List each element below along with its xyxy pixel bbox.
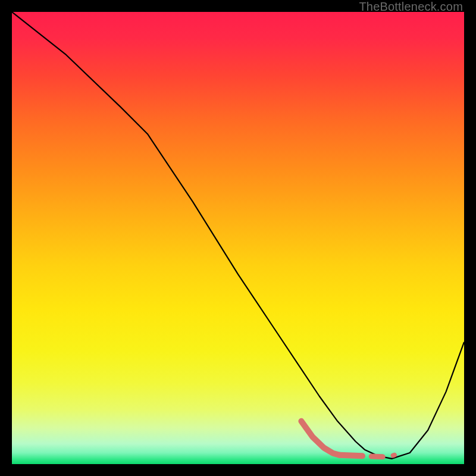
series-highlight-dot-1 [393,455,394,456]
chart-background [12,12,464,464]
series-highlight-segment-2 [340,455,362,456]
chart-canvas [12,12,464,464]
watermark-label: TheBottleneck.com [359,0,463,14]
series-highlight-dash-1 [371,456,383,457]
